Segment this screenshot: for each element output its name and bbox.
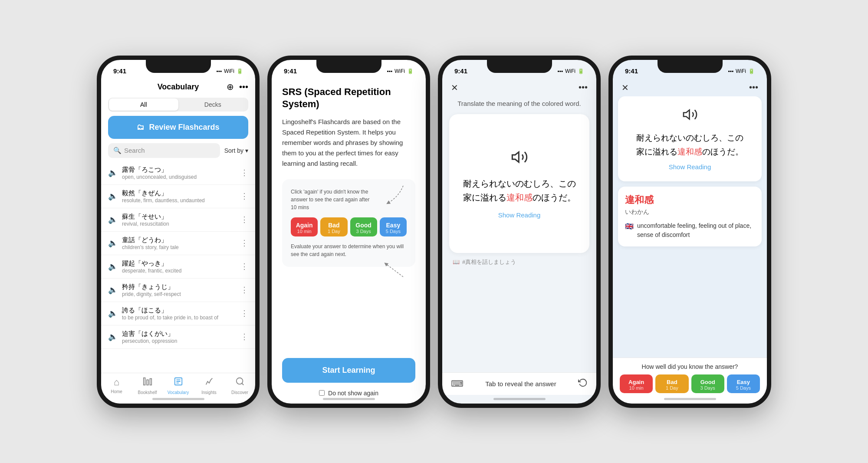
vocab-text-3: 童話「どうわ」 children's story, fairy tale — [122, 236, 236, 250]
speaker-icon-5[interactable]: 🔈 — [108, 285, 118, 295]
vocab-sub-1: resolute, firm, dauntless, undaunted — [122, 197, 236, 204]
ans-part2: 家に溢れる — [636, 147, 677, 156]
again-annotation — [381, 184, 412, 207]
status-icons-4: ▪▪▪ WiFi 🔋 — [728, 68, 755, 74]
tab-all[interactable]: All — [109, 99, 178, 111]
speaker-icon-7[interactable]: 🔈 — [108, 332, 118, 342]
speaker-icon-2[interactable]: 🔈 — [108, 215, 118, 224]
home-icon: ⌂ — [114, 377, 119, 388]
undo-button[interactable] — [578, 378, 588, 390]
vocab-text-4: 躍起「やっき」 desperate, frantic, excited — [122, 259, 236, 274]
vocab-more-3[interactable]: ⋮ — [240, 238, 248, 248]
add-button[interactable]: ⊕ — [227, 82, 234, 92]
vocab-more-4[interactable]: ⋮ — [240, 262, 248, 271]
rating-good-label: Good — [693, 379, 723, 385]
speaker-icon-1[interactable]: 🔈 — [108, 191, 118, 201]
svg-rect-2 — [150, 378, 151, 385]
nav-bookshelf-label: Bookshelf — [138, 390, 157, 395]
speaker-area[interactable] — [625, 107, 755, 124]
phone-flashcard-question: 9:41 ▪▪▪ WiFi 🔋 ✕ ••• Translate the mean… — [438, 56, 601, 408]
eval-annotation — [381, 262, 412, 280]
vocab-more-2[interactable]: ⋮ — [240, 215, 248, 224]
bookshelf-icon — [143, 377, 152, 389]
close-button[interactable]: ✕ — [451, 82, 458, 93]
phone-vocabulary: 9:41 ▪▪▪ WiFi 🔋 Vocabulary ⊕ ••• All Dec… — [97, 56, 260, 408]
wifi-icon: WiFi — [224, 68, 234, 74]
battery-icon-2: 🔋 — [407, 68, 414, 74]
vocab-sub-3: children's story, fairy tale — [122, 244, 236, 250]
header-icons: ⊕ ••• — [227, 82, 248, 92]
sort-button[interactable]: Sort by ▾ — [224, 147, 248, 154]
vocab-main-7: 迫害「はくがい」 — [122, 330, 236, 338]
more-button-3[interactable]: ••• — [579, 82, 588, 92]
answer-definition-card: 違和感 いわかん 🇬🇧 uncomfortable feeling, feeli… — [618, 187, 762, 246]
vocab-more-1[interactable]: ⋮ — [240, 191, 248, 201]
srs-title: SRS (Spaced Repetition System) — [282, 86, 415, 111]
rating-bad[interactable]: Bad 1 Day — [655, 374, 688, 393]
discover-icon — [235, 377, 245, 389]
phone-srs: 9:41 ▪▪▪ WiFi 🔋 SRS (Spaced Repetition S… — [267, 56, 430, 408]
nav-vocabulary[interactable]: Vocabulary — [163, 377, 194, 395]
bad-button[interactable]: Bad 1 Day — [320, 217, 347, 236]
search-input[interactable]: 🔍 Search — [108, 143, 220, 158]
vocab-more-0[interactable]: ⋮ — [240, 168, 248, 177]
more-button[interactable]: ••• — [239, 82, 248, 92]
good-time: 3 Days — [352, 229, 375, 234]
notch-3 — [487, 60, 552, 73]
search-icon: 🔍 — [113, 147, 122, 154]
tab-decks[interactable]: Decks — [178, 99, 248, 111]
rating-again-time: 10 min — [621, 385, 651, 391]
svg-marker-9 — [512, 152, 519, 162]
nav-home[interactable]: ⌂ Home — [101, 377, 132, 395]
nav-insights-label: Insights — [201, 390, 216, 395]
nav-bookshelf[interactable]: Bookshelf — [132, 377, 163, 395]
do-not-show-label[interactable]: Do not show again — [328, 390, 378, 397]
rating-again[interactable]: Again 10 min — [620, 374, 653, 393]
easy-button[interactable]: Easy 5 Days — [380, 217, 407, 236]
answer-header: ✕ ••• — [613, 79, 767, 96]
vocab-more-5[interactable]: ⋮ — [240, 285, 248, 295]
vocab-main-3: 童話「どうわ」 — [122, 236, 236, 244]
svg-rect-0 — [143, 378, 145, 385]
svg-marker-10 — [684, 110, 690, 119]
review-flashcards-button[interactable]: 🗂 Review Flashcards — [108, 116, 248, 139]
good-button[interactable]: Good 3 Days — [350, 217, 377, 236]
rating-buttons: Again 10 min Bad 1 Day Good 3 Days Easy … — [620, 374, 760, 393]
answer-word: 違和感 — [625, 194, 755, 207]
book-icon: 📖 — [453, 259, 460, 265]
show-reading-button-4[interactable]: Show Reading — [669, 163, 711, 171]
vocab-item-4: 🔈 躍起「やっき」 desperate, frantic, excited ⋮ — [101, 255, 255, 279]
speaker-large-icon[interactable] — [511, 148, 528, 170]
again-button[interactable]: Again 10 min — [291, 217, 318, 236]
rating-good[interactable]: Good 3 Days — [691, 374, 724, 393]
speaker-icon-0[interactable]: 🔈 — [108, 168, 118, 177]
sort-label: Sort by — [224, 147, 243, 154]
speaker-icon-6[interactable]: 🔈 — [108, 309, 118, 318]
vocab-more-7[interactable]: ⋮ — [240, 332, 248, 342]
keyboard-icon[interactable]: ⌨ — [451, 378, 464, 389]
again-label: Again — [293, 222, 316, 229]
signal-icon-4: ▪▪▪ — [728, 68, 733, 74]
status-time-2: 9:41 — [284, 67, 297, 75]
svg-rect-1 — [147, 380, 148, 385]
more-button-4[interactable]: ••• — [749, 82, 758, 92]
close-button-4[interactable]: ✕ — [621, 82, 629, 93]
notch — [146, 60, 211, 73]
nav-discover[interactable]: Discover — [224, 377, 255, 395]
svg-line-8 — [242, 383, 243, 385]
vocab-sub-6: to be proud of, to take pride in, to boa… — [122, 315, 236, 321]
flashcard-highlight: 違和感 — [506, 193, 533, 202]
ans-highlight: 違和感 — [677, 147, 702, 156]
flashcard-card: 耐えられないのむしろ、この 家に溢れる違和感のほうだ。 Show Reading — [449, 114, 589, 253]
rating-easy[interactable]: Easy 5 Days — [727, 374, 760, 393]
nav-insights[interactable]: Insights — [194, 377, 224, 395]
answer-reading: いわかん — [625, 208, 755, 216]
show-reading-button[interactable]: Show Reading — [498, 211, 541, 219]
vocab-more-6[interactable]: ⋮ — [240, 309, 248, 318]
sentence-part2: 家に溢れる — [463, 193, 506, 202]
start-learning-button[interactable]: Start Learning — [282, 358, 415, 383]
speaker-icon-3[interactable]: 🔈 — [108, 238, 118, 248]
speaker-icon-4[interactable]: 🔈 — [108, 262, 118, 271]
notch-4 — [658, 60, 723, 73]
do-not-show-checkbox[interactable] — [319, 390, 325, 396]
